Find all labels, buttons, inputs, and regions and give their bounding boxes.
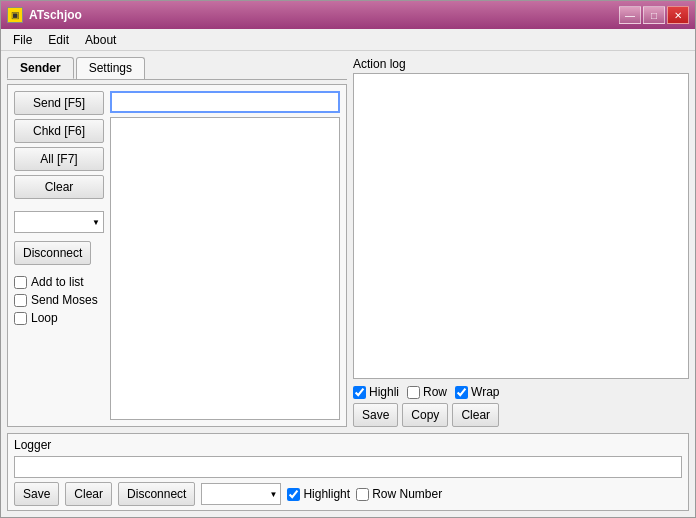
- action-log-box: [353, 73, 689, 379]
- row-label: Row: [423, 385, 447, 399]
- sender-dropdown-wrapper: [14, 211, 104, 233]
- action-clear-button[interactable]: Clear: [452, 403, 499, 427]
- sender-left-buttons: Send [F5] Chkd [F6] All [F7] Clear Disco…: [14, 91, 104, 420]
- title-buttons: — □ ✕: [619, 6, 689, 24]
- logger-panel: Logger Save Clear Disconnect Highlight R…: [7, 433, 689, 511]
- clear-sender-button[interactable]: Clear: [14, 175, 104, 199]
- right-panel: Action log Highli Row Wrap Save Copy: [353, 57, 689, 427]
- highlight-checkbox[interactable]: Highli: [353, 385, 399, 399]
- add-to-list-label: Add to list: [31, 275, 84, 289]
- loop-input[interactable]: [14, 312, 27, 325]
- wrap-label: Wrap: [471, 385, 499, 399]
- tab-settings[interactable]: Settings: [76, 57, 145, 79]
- add-to-list-input[interactable]: [14, 276, 27, 289]
- main-window: ▣ ATschjoo — □ ✕ File Edit About Sender …: [0, 0, 696, 518]
- logger-highlight-label: Highlight: [303, 487, 350, 501]
- logger-row-number-input[interactable]: [356, 488, 369, 501]
- logger-row-number-checkbox[interactable]: Row Number: [356, 487, 442, 501]
- checkboxes: Add to list Send Moses Loop: [14, 275, 104, 325]
- logger-save-button[interactable]: Save: [14, 482, 59, 506]
- sender-right-content: [110, 91, 340, 420]
- loop-label: Loop: [31, 311, 58, 325]
- all-button[interactable]: All [F7]: [14, 147, 104, 171]
- loop-checkbox[interactable]: Loop: [14, 311, 104, 325]
- logger-label: Logger: [14, 438, 682, 452]
- chkd-button[interactable]: Chkd [F6]: [14, 119, 104, 143]
- menu-file[interactable]: File: [5, 31, 40, 49]
- disconnect-button[interactable]: Disconnect: [14, 241, 91, 265]
- sender-top-input[interactable]: [110, 91, 340, 113]
- minimize-button[interactable]: —: [619, 6, 641, 24]
- sender-panel: Send [F5] Chkd [F6] All [F7] Clear Disco…: [7, 84, 347, 427]
- maximize-button[interactable]: □: [643, 6, 665, 24]
- window-title: ATschjoo: [29, 8, 82, 22]
- add-to-list-checkbox[interactable]: Add to list: [14, 275, 104, 289]
- sender-dropdown[interactable]: [14, 211, 104, 233]
- app-icon: ▣: [7, 7, 23, 23]
- title-bar-left: ▣ ATschjoo: [7, 7, 82, 23]
- main-content: Sender Settings Send [F5] Chkd [F6] All …: [1, 51, 695, 433]
- menu-bar: File Edit About: [1, 29, 695, 51]
- title-bar: ▣ ATschjoo — □ ✕: [1, 1, 695, 29]
- sender-textarea[interactable]: [110, 117, 340, 420]
- logger-row-number-label: Row Number: [372, 487, 442, 501]
- row-input[interactable]: [407, 386, 420, 399]
- send-button[interactable]: Send [F5]: [14, 91, 104, 115]
- logger-clear-button[interactable]: Clear: [65, 482, 112, 506]
- action-log-controls: Highli Row Wrap: [353, 385, 689, 399]
- logger-input[interactable]: [14, 456, 682, 478]
- logger-dropdown[interactable]: [201, 483, 281, 505]
- send-moses-label: Send Moses: [31, 293, 98, 307]
- wrap-checkbox[interactable]: Wrap: [455, 385, 499, 399]
- action-copy-button[interactable]: Copy: [402, 403, 448, 427]
- action-buttons: Save Copy Clear: [353, 403, 689, 427]
- wrap-input[interactable]: [455, 386, 468, 399]
- logger-highlight-input[interactable]: [287, 488, 300, 501]
- highlight-label: Highli: [369, 385, 399, 399]
- logger-highlight-checkbox[interactable]: Highlight: [287, 487, 350, 501]
- close-button[interactable]: ✕: [667, 6, 689, 24]
- action-log-label: Action log: [353, 57, 689, 71]
- tab-sender[interactable]: Sender: [7, 57, 74, 79]
- send-moses-checkbox[interactable]: Send Moses: [14, 293, 104, 307]
- logger-dropdown-wrapper: [201, 483, 281, 505]
- menu-edit[interactable]: Edit: [40, 31, 77, 49]
- menu-about[interactable]: About: [77, 31, 124, 49]
- logger-controls: Save Clear Disconnect Highlight Row Numb…: [14, 482, 682, 506]
- left-panel: Sender Settings Send [F5] Chkd [F6] All …: [7, 57, 347, 427]
- action-save-button[interactable]: Save: [353, 403, 398, 427]
- logger-disconnect-button[interactable]: Disconnect: [118, 482, 195, 506]
- row-checkbox[interactable]: Row: [407, 385, 447, 399]
- highlight-input[interactable]: [353, 386, 366, 399]
- send-moses-input[interactable]: [14, 294, 27, 307]
- tab-bar: Sender Settings: [7, 57, 347, 80]
